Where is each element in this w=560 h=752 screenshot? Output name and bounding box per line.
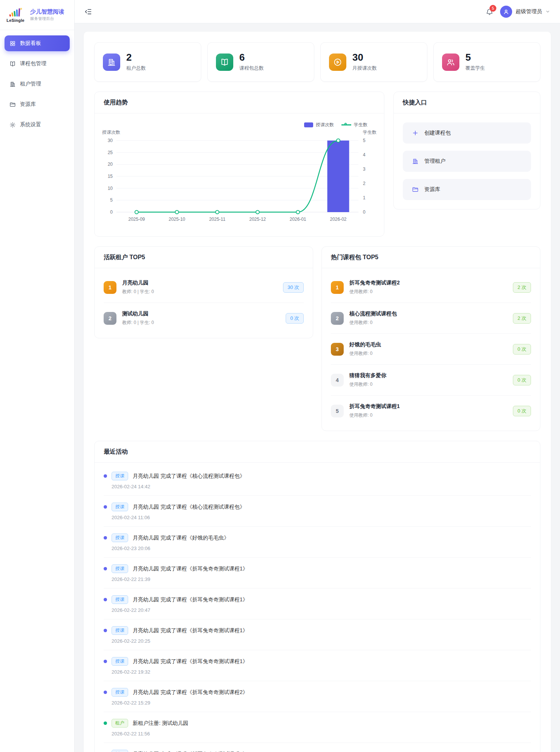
dashboard-icon: [9, 40, 16, 47]
user-name: 超级管理员: [516, 8, 542, 15]
activity-text: 月亮幼儿园 完成了课程《折耳兔奇奇测试课程1》: [133, 627, 248, 634]
activity-text: 月亮幼儿园 完成了课程《折耳兔奇奇测试课程1》: [133, 751, 248, 752]
svg-text:0: 0: [363, 209, 366, 215]
package-row: 4猜猜我有多爱你使用教师: 00 次: [331, 365, 531, 396]
item-name: 折耳兔奇奇测试课程2: [349, 280, 507, 286]
logo-text: LeSingle: [6, 18, 24, 23]
activity-time: 2026-02-22 20:25: [112, 638, 531, 644]
quick-entry-label: 资源库: [424, 186, 440, 193]
activity-row: 授课月亮幼儿园 完成了课程《折耳兔奇奇测试课程1》2026-02-22 20:4…: [104, 588, 531, 619]
activity-text: 月亮幼儿园 完成了课程《核心流程测试课程包》: [133, 473, 245, 480]
chart-legend: 授课次数学生数: [304, 122, 367, 128]
activity-row: 授课月亮幼儿园 完成了课程《折耳兔奇奇测试课程1》2026-02-22 19:3…: [104, 650, 531, 681]
activity-text: 月亮幼儿园 完成了课程《折耳兔奇奇测试课程2》: [133, 689, 248, 696]
activity-tag: 授课: [112, 626, 128, 635]
svg-text:授课次数: 授课次数: [102, 130, 120, 135]
sidebar-item-settings[interactable]: 系统设置: [5, 117, 70, 133]
gear-icon: [9, 122, 16, 128]
svg-text:2025-10: 2025-10: [168, 217, 185, 222]
activity-row: 租户新租户注册: 测试幼儿园2026-02-22 11:56: [104, 712, 531, 743]
activity-tag: 授课: [112, 564, 128, 573]
svg-text:2026-02: 2026-02: [330, 217, 346, 222]
activity-tag: 租户: [112, 719, 128, 728]
item-meta: 使用教师: 0: [349, 412, 507, 419]
legend-label: 授课次数: [316, 122, 334, 128]
rank-badge: 5: [331, 405, 344, 417]
item-name: 折耳兔奇奇测试课程1: [349, 403, 507, 410]
quick-entry-resources[interactable]: 资源库: [403, 179, 531, 200]
quick-entry-manage-tenants[interactable]: 管理租户: [403, 151, 531, 172]
count-badge: 0 次: [286, 313, 304, 324]
item-meta: 使用教师: 0: [349, 319, 507, 326]
building-icon: [103, 53, 120, 71]
legend-line-swatch: [341, 124, 351, 125]
rank-badge: 1: [331, 281, 344, 294]
svg-text:3: 3: [363, 167, 366, 172]
sidebar: LeSingle 少儿智慧阅读 服务管理后台 数据看板课程包管理租户管理资源库系…: [0, 0, 75, 752]
activity-time: 2026-02-23 20:06: [112, 546, 531, 551]
package-row: 2核心流程测试课程包使用教师: 02 次: [331, 303, 531, 334]
play-icon: [329, 53, 346, 71]
chevron-down-icon: [545, 9, 550, 14]
user-menu[interactable]: 超级管理员: [500, 6, 550, 18]
app-root: LeSingle 少儿智慧阅读 服务管理后台 数据看板课程包管理租户管理资源库系…: [0, 0, 560, 752]
sidebar-item-label: 数据看板: [20, 40, 41, 47]
folder-icon: [9, 101, 16, 108]
sidebar-item-label: 租户管理: [20, 81, 41, 87]
rank-badge: 3: [331, 343, 344, 356]
item-meta: 使用教师: 0: [349, 381, 507, 388]
count-badge: 2 次: [513, 282, 531, 293]
item-meta: 教师: 0 | 学生: 0: [122, 319, 280, 326]
sidebar-item-label: 系统设置: [20, 121, 41, 128]
students-icon: [442, 53, 459, 71]
svg-text:2025-12: 2025-12: [249, 217, 266, 222]
stat-card-tenants: 2租户总数: [94, 42, 201, 82]
activity-tag: 授课: [112, 688, 128, 697]
quick-entry-create-course-package[interactable]: 创建课程包: [403, 122, 531, 144]
usage-trend-card: 使用趋势 授课次数学生数 302520151050543210授课次数学生数20…: [94, 92, 384, 237]
activity-row: 授课月亮幼儿园 完成了课程《折耳兔奇奇测试课程1》2026-02-21 20:1…: [104, 743, 531, 752]
sidebar-item-resources[interactable]: 资源库: [5, 96, 70, 112]
activity-time: 2026-02-22 11:56: [112, 731, 531, 737]
count-badge: 0 次: [513, 344, 531, 355]
sidebar-item-course-packages[interactable]: 课程包管理: [5, 56, 70, 72]
sidebar-item-dashboard[interactable]: 数据看板: [5, 35, 70, 51]
activity-time: 2026-02-22 21:39: [112, 576, 531, 582]
activity-dot: [104, 474, 107, 478]
activity-row: 授课月亮幼儿园 完成了课程《好饿的毛毛虫》2026-02-23 20:06: [104, 527, 531, 558]
sidebar-menu: 数据看板课程包管理租户管理资源库系统设置: [0, 30, 74, 138]
sidebar-item-tenants[interactable]: 租户管理: [5, 76, 70, 92]
item-meta: 教师: 0 | 学生: 0: [122, 289, 277, 295]
topbar-right: 5 超级管理员: [486, 6, 550, 18]
tenant-row: 1月亮幼儿园教师: 0 | 学生: 030 次: [104, 272, 304, 303]
hot-packages-list: 1折耳兔奇奇测试课程2使用教师: 02 次2核心流程测试课程包使用教师: 02 …: [322, 268, 540, 431]
rank-badge: 1: [104, 281, 116, 294]
book-icon: [216, 53, 233, 71]
chart-body: 授课次数学生数 302520151050543210授课次数学生数2025-09…: [95, 113, 384, 236]
legend-item[interactable]: 学生数: [341, 122, 367, 128]
collapse-sidebar-icon[interactable]: [84, 8, 92, 15]
svg-text:25: 25: [108, 150, 113, 155]
activity-dot: [104, 505, 107, 509]
activity-tag: 授课: [112, 595, 128, 604]
logo-mark: LeSingle: [5, 7, 26, 23]
activity-time: 2026-02-24 14:42: [112, 484, 531, 489]
item-meta: 使用教师: 0: [349, 350, 507, 357]
legend-item[interactable]: 授课次数: [304, 122, 334, 128]
stat-label: 月授课次数: [352, 65, 377, 72]
item-name: 好饿的毛毛虫: [349, 341, 507, 348]
activity-row: 授课月亮幼儿园 完成了课程《核心流程测试课程包》2026-02-24 11:06: [104, 496, 531, 527]
sidebar-item-label: 资源库: [20, 101, 36, 108]
plus-icon: [412, 130, 419, 136]
notifications-button[interactable]: 5: [486, 8, 493, 15]
book-icon: [9, 61, 16, 67]
svg-text:2026-01: 2026-01: [289, 217, 306, 222]
activity-tag: 授课: [112, 472, 128, 480]
building-icon: [412, 158, 419, 165]
dashboard-panel: 2租户总数6课程包总数30月授课次数5覆盖学生 使用趋势 授课次数学生数 302…: [84, 32, 551, 752]
logo-titles: 少儿智慧阅读 服务管理后台: [30, 8, 64, 22]
activity-row: 授课月亮幼儿园 完成了课程《折耳兔奇奇测试课程1》2026-02-22 21:3…: [104, 558, 531, 588]
svg-text:30: 30: [108, 138, 113, 143]
usage-trend-chart: 302520151050543210授课次数学生数2025-092025-102…: [95, 119, 383, 232]
svg-text:1: 1: [363, 195, 366, 200]
